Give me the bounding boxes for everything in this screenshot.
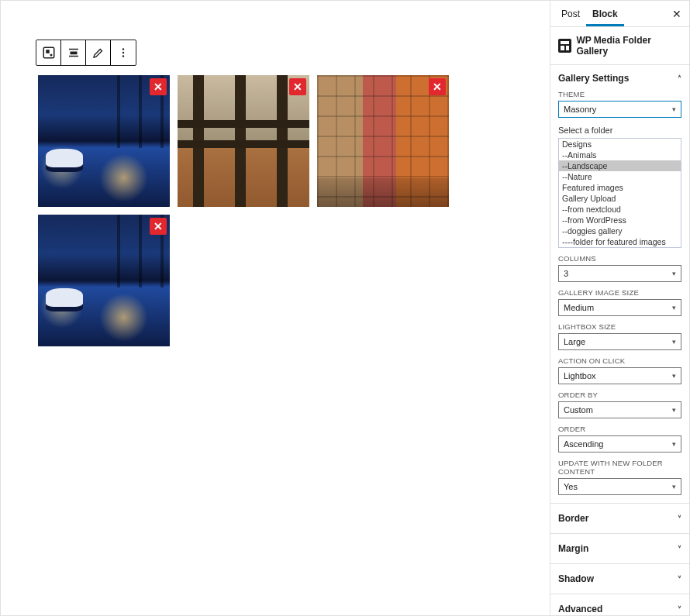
gallery-grid: ✕ ✕ ✕ ✕ [38, 75, 457, 346]
panel-border: Border ˅ [550, 504, 689, 534]
chevron-down-icon: ˅ [678, 545, 681, 553]
chevron-down-icon: ▾ [672, 304, 676, 311]
tab-block[interactable]: Block [586, 1, 624, 26]
chevron-down-icon: ▾ [672, 483, 676, 490]
editor-canvas: ✕ ✕ ✕ ✕ [1, 1, 550, 615]
order-by-select[interactable]: Custom ▾ [558, 401, 681, 418]
align-icon [67, 46, 81, 60]
block-card: WP Media Folder Gallery [550, 27, 689, 65]
action-on-click-select[interactable]: Lightbox ▾ [558, 367, 681, 384]
panel-title: Margin [558, 543, 588, 554]
lightbox-size-select[interactable]: Large ▾ [558, 333, 681, 350]
select-value: Yes [564, 482, 578, 491]
folder-option[interactable]: --from WordPress [559, 215, 681, 225]
folder-option[interactable]: --from nextcloud [559, 204, 681, 215]
gallery-item[interactable]: ✕ [178, 75, 309, 207]
remove-image-button[interactable]: ✕ [429, 78, 446, 95]
panel-title: Gallery Settings [558, 73, 629, 84]
folder-option[interactable]: Featured images [559, 182, 681, 193]
sidebar-tabs: Post Block ✕ [550, 1, 689, 27]
columns-select[interactable]: 3 ▾ [558, 265, 681, 282]
select-value: Medium [564, 303, 594, 312]
select-value: Custom [564, 405, 593, 415]
folder-option[interactable]: --Animals [559, 150, 681, 160]
folder-select-label: Select a folder [558, 126, 681, 135]
select-value: 3 [564, 269, 568, 278]
chevron-down-icon: ▾ [672, 105, 676, 113]
remove-image-button[interactable]: ✕ [150, 78, 167, 95]
action-on-click-label: ACTION ON CLICK [558, 356, 681, 365]
panel-title: Shadow [558, 573, 594, 584]
select-value: Ascending [564, 439, 603, 449]
edit-button[interactable] [86, 40, 111, 65]
panel-title: Advanced [558, 604, 602, 614]
block-card-icon [558, 39, 571, 53]
folder-select[interactable]: Designs--Animals--Landscape--NatureFeatu… [558, 138, 681, 248]
more-vertical-icon [116, 46, 130, 60]
chevron-down-icon: ▾ [672, 338, 676, 346]
align-button[interactable] [61, 40, 86, 65]
update-with-new-label: UPDATE WITH NEW FOLDER CONTENT [558, 459, 681, 476]
select-value: Large [564, 337, 585, 346]
update-with-new-select[interactable]: Yes ▾ [558, 478, 681, 495]
block-icon [42, 46, 56, 60]
chevron-down-icon: ▾ [672, 270, 676, 277]
chevron-down-icon: ˅ [678, 605, 681, 614]
folder-option[interactable]: ----folder for featured images [559, 236, 681, 247]
gallery-item[interactable]: ✕ [38, 75, 170, 207]
order-label: ORDER [558, 425, 681, 433]
remove-image-button[interactable]: ✕ [150, 218, 167, 235]
block-card-title: WP Media Folder Gallery [576, 35, 681, 57]
block-type-button[interactable] [36, 40, 61, 65]
folder-option[interactable]: Designs [559, 139, 681, 150]
chevron-down-icon: ▾ [672, 372, 676, 380]
close-sidebar-button[interactable]: ✕ [669, 1, 685, 27]
panel-title: Border [558, 513, 588, 524]
svg-rect-3 [70, 52, 77, 55]
columns-label: COLUMNS [558, 254, 681, 263]
remove-image-button[interactable]: ✕ [289, 78, 306, 95]
theme-label: THEME [558, 90, 681, 98]
chevron-down-icon: ▾ [672, 406, 676, 414]
svg-point-6 [122, 55, 124, 57]
more-options-button[interactable] [111, 40, 136, 65]
image-size-label: GALLERY IMAGE SIZE [558, 288, 681, 297]
panel-header-gallery-settings[interactable]: Gallery Settings ˄ [558, 73, 681, 84]
gallery-item[interactable]: ✕ [38, 215, 170, 346]
panel-shadow: Shadow ˅ [550, 564, 689, 594]
chevron-up-icon: ˄ [678, 74, 681, 83]
svg-point-5 [122, 52, 124, 53]
folder-option[interactable]: Gallery Upload [559, 193, 681, 204]
settings-sidebar: Post Block ✕ WP Media Folder Gallery Gal… [550, 1, 689, 615]
select-value: Lightbox [564, 371, 596, 380]
chevron-down-icon: ˅ [678, 514, 681, 523]
panel-advanced: Advanced ˅ [550, 594, 689, 615]
select-value: Masonry [564, 105, 596, 114]
tab-post[interactable]: Post [555, 1, 586, 26]
folder-option[interactable]: --Nature [559, 171, 681, 182]
panel-header-shadow[interactable]: Shadow ˅ [558, 573, 681, 584]
panel-header-advanced[interactable]: Advanced ˅ [558, 604, 681, 614]
chevron-down-icon: ▾ [672, 440, 676, 448]
order-select[interactable]: Ascending ▾ [558, 435, 681, 453]
image-size-select[interactable]: Medium ▾ [558, 299, 681, 316]
block-toolbar [36, 40, 136, 66]
panel-header-margin[interactable]: Margin ˅ [558, 543, 681, 554]
svg-point-4 [122, 48, 124, 50]
svg-rect-1 [46, 50, 50, 53]
panel-gallery-settings: Gallery Settings ˄ THEME Masonry ▾ Selec… [550, 65, 689, 504]
lightbox-size-label: LIGHTBOX SIZE [558, 322, 681, 331]
folder-option[interactable]: --Landscape [559, 160, 681, 171]
chevron-down-icon: ˅ [678, 575, 681, 583]
theme-select[interactable]: Masonry ▾ [558, 101, 681, 118]
folder-option[interactable]: --doggies gallery [559, 225, 681, 236]
panel-header-border[interactable]: Border ˅ [558, 513, 681, 524]
panel-margin: Margin ˅ [550, 534, 689, 564]
order-by-label: ORDER BY [558, 391, 681, 399]
pencil-icon [91, 46, 105, 60]
svg-point-2 [50, 54, 52, 57]
gallery-item[interactable]: ✕ [317, 75, 449, 207]
